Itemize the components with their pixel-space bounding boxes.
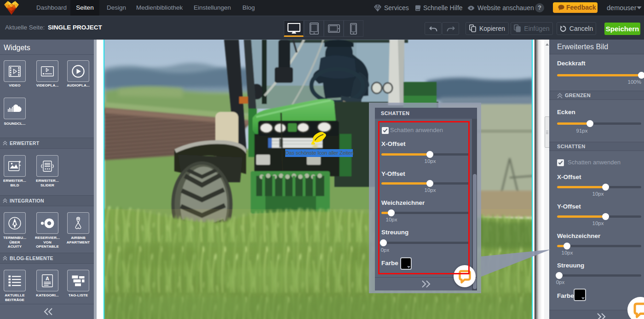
svg-text:A: A xyxy=(46,276,49,281)
